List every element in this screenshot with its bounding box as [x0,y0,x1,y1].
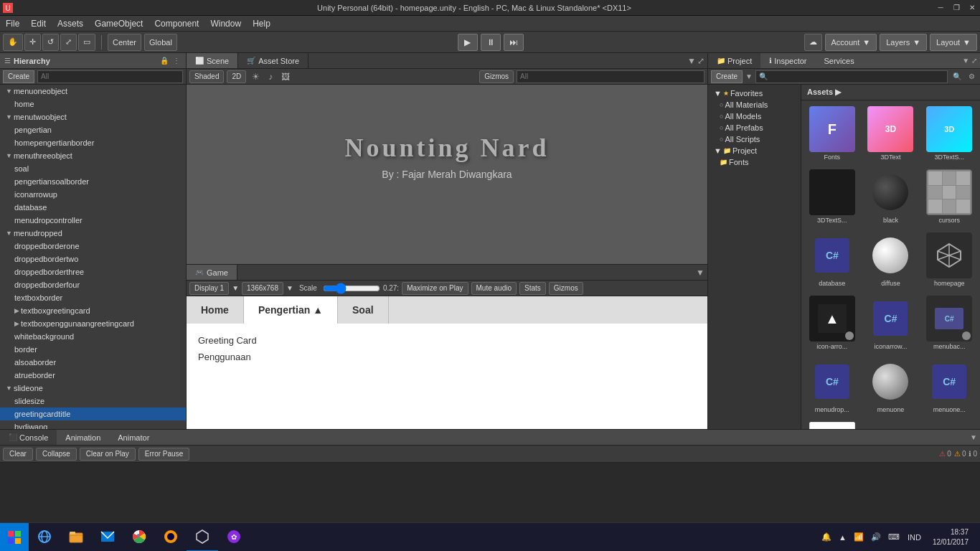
stats-button[interactable]: Stats [519,282,546,295]
taskbar-outlook[interactable] [92,523,123,552]
menu-file[interactable]: File [0,16,25,31]
list-item[interactable]: home [0,98,186,110]
asset-icon-arrow[interactable]: ▲ icon-arro... [804,293,860,353]
display-button[interactable]: Display 1 [189,282,229,295]
step-button[interactable]: ⏭ [504,34,524,51]
right-panel-collapse[interactable]: ▼ ⤢ [959,53,980,68]
resolution-button[interactable]: 980x551 [242,282,283,295]
taskbar-chrome[interactable] [123,523,155,552]
clear-on-play-button[interactable]: Clear on Play [80,448,136,461]
global-button[interactable]: Global [144,34,177,51]
list-item[interactable]: border [0,343,186,356]
list-item[interactable]: soal [0,162,186,175]
list-item[interactable]: ▼menuthreeobject [0,149,186,162]
animation-tab[interactable]: Animation [57,430,109,445]
list-item[interactable]: pengertian [0,123,186,136]
all-models-item[interactable]: ○ All Models [711,110,798,122]
tray-notification-icon[interactable]: 🔔 [819,532,834,542]
tray-network-icon[interactable]: 📶 [852,532,866,542]
nav-soal[interactable]: Soal [338,296,389,324]
game-collapse-btn[interactable]: ▼ [693,265,707,280]
greetingcardtitle-item[interactable]: greetingcardtitle [0,408,186,420]
all-prefabs-item[interactable]: ○ All Prefabs [711,122,798,133]
asset-homepage[interactable]: homepage [921,230,977,290]
list-item[interactable]: whitebackground [0,330,186,343]
error-pause-button[interactable]: Error Pause [138,448,189,461]
project-create-button[interactable]: Create [711,70,743,83]
taskbar-ie[interactable] [29,523,60,552]
asset-menudrop[interactable]: C# menudrop... [804,356,860,416]
assets-folder[interactable]: ▼ 📁 Project [711,145,798,156]
list-item[interactable]: droppedbordertwo [0,253,186,265]
tray-sound-icon[interactable]: 🔊 [869,532,883,542]
hierarchy-create-button[interactable]: Create [3,70,34,83]
menu-window[interactable]: Window [204,16,247,31]
game-tab[interactable]: 🎮 Game [187,265,237,280]
pause-button[interactable]: ⏸ [481,34,501,51]
gizmos-button[interactable]: Gizmos [479,70,514,83]
maximize-on-play-button[interactable]: Maximize on Play [402,282,468,295]
layout-button[interactable]: Layout ▼ [930,34,977,51]
menu-edit[interactable]: Edit [25,16,52,31]
project-search-input[interactable] [755,70,948,83]
collapse-button[interactable]: Collapse [36,448,77,461]
center-button[interactable]: Center [108,34,141,51]
nav-home[interactable]: Home [187,296,244,324]
shaded-button[interactable]: Shaded [189,70,224,83]
list-item[interactable]: atrueborder [0,369,186,382]
start-button[interactable] [0,523,29,552]
bottom-collapse-btn[interactable]: ▼ [967,433,980,441]
scene-content[interactable]: Nounting Nard By : Fajar Merah Diwangkar… [187,85,707,264]
all-scripts-item[interactable]: ○ All Scripts [711,133,798,145]
hierarchy-search-input[interactable] [37,70,183,83]
nav-pengertian[interactable]: Pengertian ▲ [244,296,338,324]
rotate-tool[interactable]: ↺ [42,34,59,51]
scene-tab[interactable]: ⬜ Scene [187,53,238,68]
asset-cursors[interactable]: cursors [921,166,977,227]
scale-tool[interactable]: ⤢ [60,34,77,51]
inspector-tab[interactable]: ℹ Inspector [760,53,815,68]
all-materials-item[interactable]: ○ All Materials [711,99,798,110]
hierarchy-content[interactable]: ▼menuoneobject home ▼menutwoobject penge… [0,85,186,429]
project-tree[interactable]: ▼ ★ Favorites ○ All Materials ○ All Mode… [708,85,801,429]
list-item[interactable]: bydiwang [0,420,186,429]
scale-slider[interactable] [323,283,380,293]
asset-menubac[interactable]: C# menubac... [921,293,977,353]
list-item[interactable]: ▼menutwoobject [0,110,186,123]
menu-gameobject[interactable]: GameObject [89,16,149,31]
asset-fonts[interactable]: F Fonts [804,103,860,164]
scene-search-input[interactable] [517,70,705,83]
taskbar-unity[interactable] [187,523,218,552]
services-tab[interactable]: Services [816,53,863,68]
rect-tool[interactable]: ▭ [78,34,95,51]
console-tab[interactable]: ⬛ Console [0,430,57,445]
greeting-card-item[interactable]: Greeting Card [198,335,696,346]
asset-iconarrow[interactable]: C# iconarrow... [863,293,919,353]
list-item[interactable]: homepengertianborder [0,136,186,149]
list-item[interactable]: ▼menudropped [0,227,186,240]
list-item[interactable]: slidesize [0,395,186,408]
fonts-subfolder[interactable]: 📁 Fonts [711,156,798,168]
asset-white[interactable]: white [804,419,860,429]
asset-store-tab[interactable]: 🛒 Asset Store [238,53,308,68]
list-item[interactable]: iconarrowup [0,188,186,201]
clear-button[interactable]: Clear [3,448,33,461]
taskbar-firefox[interactable] [155,523,187,552]
asset-menuone-sphere[interactable]: menuone [863,356,919,416]
list-item[interactable]: droppedborderone [0,240,186,253]
list-item[interactable]: pengertiansoalborder [0,175,186,188]
mute-audio-button[interactable]: Mute audio [471,282,517,295]
twod-button[interactable]: 2D [227,70,246,83]
scene-collapse-btn[interactable]: ▼⤢ [684,53,707,68]
cloud-button[interactable]: ☁ [804,34,822,51]
asset-database[interactable]: C# database [804,230,860,290]
tray-arrow-icon[interactable]: ▲ [837,533,849,542]
menu-component[interactable]: Component [149,16,204,31]
hierarchy-menu-icon[interactable]: ⋮ [171,57,182,65]
play-button[interactable]: ▶ [458,34,478,51]
taskbar-explorer[interactable] [60,523,92,552]
project-tab[interactable]: 📁 Project [708,53,760,68]
list-item[interactable]: ▼menuoneobject [0,85,186,98]
asset-3dtexts[interactable]: 3D 3DTextS... [921,103,977,164]
account-button[interactable]: Account ▼ [825,34,877,51]
